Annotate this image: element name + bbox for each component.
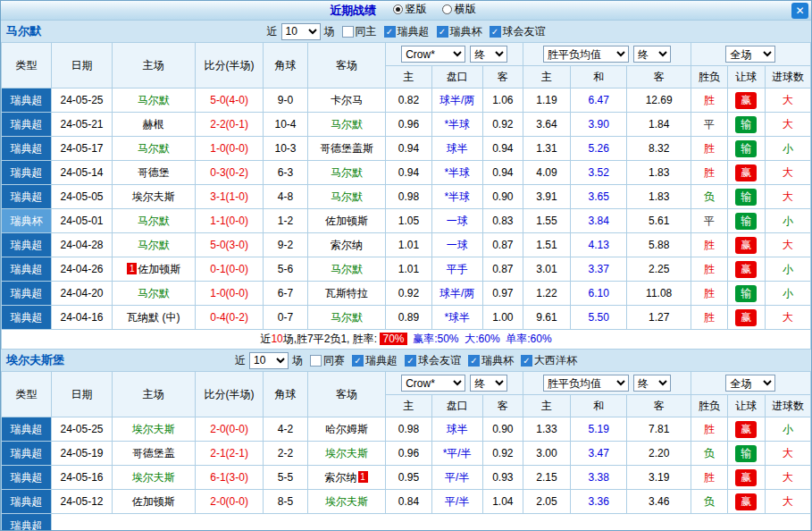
odds-home-cell: 0.98 <box>386 417 431 442</box>
col-home: 主场 <box>112 372 195 417</box>
checkbox-icon[interactable] <box>384 26 396 38</box>
home-team-cell: 哥德堡 <box>112 161 195 185</box>
filter-option[interactable]: 球会友谊 <box>405 353 461 368</box>
home-team-cell: 赫根 <box>112 113 195 137</box>
subheader-cell: 让球 <box>727 66 765 88</box>
checkbox-icon[interactable] <box>310 355 322 367</box>
avg-select[interactable]: 胜平负均值 <box>543 375 629 392</box>
match-row: 瑞典超 24-05-16 埃尔夫斯 6-1(3-0) 5-5 索尔纳1 0.95… <box>2 466 811 490</box>
handicap-result-badge: 输 <box>735 285 757 302</box>
match-count-select[interactable]: 10 <box>249 352 289 369</box>
avg-select[interactable]: 胜平负均值 <box>543 46 629 63</box>
checkbox-icon[interactable] <box>352 355 364 367</box>
avg-win-cell: 2.05 <box>523 490 570 514</box>
handicap-result-cell: 输 <box>727 185 765 209</box>
near-label: 近 <box>267 24 278 39</box>
match-row: 瑞典超 24-04-20 马尔默 1-0(0-0) 6-7 瓦斯特拉 0.92 … <box>2 282 811 306</box>
avg-win-cell: 9.61 <box>523 306 570 330</box>
match-count-select[interactable]: 10 <box>281 23 321 40</box>
odds-away-cell: 0.92 <box>482 113 523 137</box>
avg-win-cell: 1.19 <box>523 88 570 113</box>
checkbox-icon[interactable] <box>468 355 480 367</box>
goals-cell: 大 <box>765 185 810 209</box>
bookmaker-final-select[interactable]: 终 <box>470 46 507 63</box>
filter-option[interactable]: 瑞典杯 <box>437 24 482 39</box>
team-label: 埃尔夫斯 <box>132 190 175 203</box>
handicap-result-badge: 赢 <box>735 469 757 486</box>
filter-option[interactable]: 同主 <box>342 24 377 39</box>
corners-cell: 1-2 <box>264 209 307 233</box>
filter-option[interactable]: 球会友谊 <box>490 24 546 39</box>
home-team-cell: 瓦纳默 (中) <box>112 306 195 330</box>
avg-draw-cell: 4.13 <box>571 233 627 257</box>
bookmaker-select[interactable]: Crow* <box>401 375 465 392</box>
subheader-cell: 让球 <box>727 395 765 417</box>
filter-option[interactable]: 瑞典超 <box>352 353 398 368</box>
filter-option-label: 瑞典杯 <box>481 353 514 368</box>
away-team-cell: 哈尔姆斯 <box>307 417 386 442</box>
handicap-cell: *球半 <box>431 306 482 330</box>
filter-option[interactable]: 瑞典超 <box>384 24 430 39</box>
home-team-cell: 哥德堡盖 <box>112 442 195 466</box>
match-row: 瑞典超 24-04-26 1佐加顿斯 0-1(0-0) 5-6 马尔默 1.01… <box>2 257 811 282</box>
close-icon[interactable]: ✕ <box>791 3 808 19</box>
goals-cell: 大 <box>765 113 810 137</box>
away-team-cell: 埃尔夫斯 <box>307 490 386 514</box>
league-cell: 瑞典超 <box>2 466 52 490</box>
handicap-cell: 一球 <box>431 233 482 257</box>
radio-horizontal-label: 横版 <box>455 2 476 17</box>
summary-cell: 近10场,胜7平2负1, 胜率: 70% 赢率:50% 大:60% 单率:60% <box>2 330 811 350</box>
team-label: 埃尔夫斯 <box>132 423 175 435</box>
bookmaker-final-select[interactable]: 终 <box>470 375 507 392</box>
away-team-cell: 佐加顿斯 <box>307 209 386 233</box>
home-team-cell: 马尔默 <box>112 209 195 233</box>
fullmatch-select[interactable]: 全场 <box>725 375 775 392</box>
near-label: 近 <box>235 353 246 368</box>
checkbox-icon[interactable] <box>342 26 354 38</box>
filter-option[interactable]: 瑞典杯 <box>468 353 514 368</box>
fullmatch-select[interactable]: 全场 <box>725 46 775 63</box>
checkbox-icon[interactable] <box>490 26 501 38</box>
radio-unselected-icon[interactable] <box>442 4 452 14</box>
avg-lose-cell: 3.46 <box>627 490 691 514</box>
fullmatch-header-cell: 全场 <box>691 372 810 395</box>
goals-cell: 小 <box>765 417 810 442</box>
odds-home-cell: 0.95 <box>386 466 431 490</box>
handicap-result-cell: 输 <box>727 209 765 233</box>
goals-cell: 小 <box>765 282 810 306</box>
section-header: 马尔默 近 10 场 同主瑞典超瑞典杯球会友谊 <box>1 21 811 42</box>
goals-cell: 大 <box>765 442 810 466</box>
radio-selected-icon[interactable] <box>393 4 403 14</box>
radio-vertical-layout[interactable]: 竖版 <box>393 2 427 17</box>
date-cell: 24-05-14 <box>52 161 112 185</box>
filter-option-label: 瑞典杯 <box>450 24 482 39</box>
avg-lose-cell: 2.20 <box>627 442 691 466</box>
avg-win-cell: 1.55 <box>523 209 570 233</box>
odds-away-cell: 0.87 <box>482 233 523 257</box>
odds-away-cell: 0.90 <box>482 417 523 442</box>
odds-away-cell: 0.97 <box>482 282 523 306</box>
filter-option[interactable]: 大西洋杯 <box>521 353 577 368</box>
match-row: 瑞典杯 24-05-01 马尔默 1-1(0-0) 1-2 佐加顿斯 1.05 … <box>2 209 811 233</box>
avg-win-cell: 3.91 <box>523 185 570 209</box>
league-cell: 瑞典超 <box>2 233 52 257</box>
checkbox-icon[interactable] <box>405 355 416 367</box>
checkbox-icon[interactable] <box>521 355 532 367</box>
radio-horizontal-layout[interactable]: 横版 <box>442 2 476 17</box>
subheader-cell: 盘口 <box>431 395 482 417</box>
handicap-cell: 一球 <box>431 209 482 233</box>
filter-option[interactable]: 同赛 <box>310 353 345 368</box>
team-label: 佐加顿斯 <box>138 263 180 275</box>
summary-near: 近 <box>260 333 271 345</box>
stats-table: 类型 日期 主场 比分(半场) 角球 客场 Crow*终 胜平负均值终 全场 主… <box>1 371 811 531</box>
team-label: 马尔默 <box>331 166 363 179</box>
avg-final-select[interactable]: 终 <box>633 46 671 63</box>
checkbox-icon[interactable] <box>437 26 448 38</box>
bookmaker-select[interactable]: Crow* <box>401 46 465 63</box>
summary-record: 场,胜7平2负1, 胜率: <box>283 333 381 345</box>
date-cell: 24-05-16 <box>52 466 112 490</box>
avg-final-select[interactable]: 终 <box>633 375 671 392</box>
match-row: 瑞典超 24-05-12 佐加顿斯 2-0(0-0) 8-5 埃尔夫斯 0.84… <box>2 490 811 514</box>
avg-lose-cell: 8.32 <box>627 137 691 161</box>
odds-away-cell: 1.04 <box>482 490 523 514</box>
